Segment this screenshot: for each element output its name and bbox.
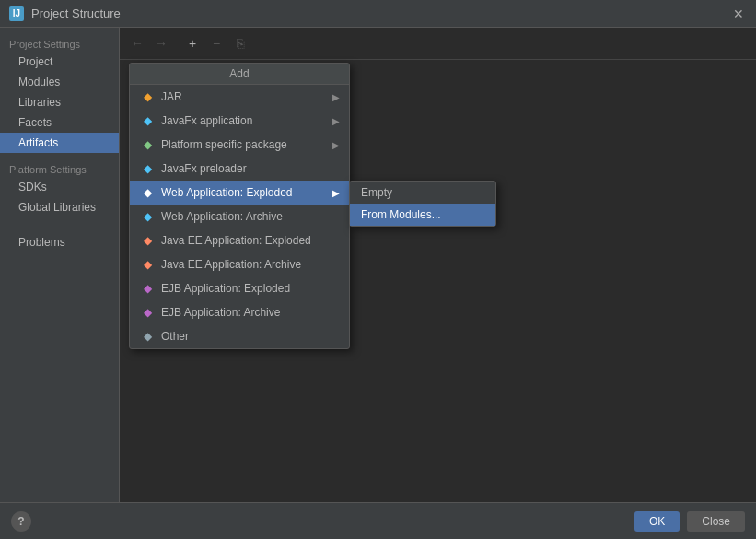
- other-icon: ◆: [139, 328, 156, 345]
- menu-item-web-app-exploded[interactable]: ◆ Web Application: Exploded ▶ Empty From…: [130, 181, 349, 205]
- menu-item-jar[interactable]: ◆ JAR ▶: [130, 85, 349, 109]
- menu-item-javaee-archive[interactable]: ◆ Java EE Application: Archive: [130, 252, 349, 276]
- forward-button[interactable]: →: [151, 34, 171, 53]
- sidebar-item-facets[interactable]: Facets: [0, 112, 119, 133]
- submenu-arrow-platform: ▶: [332, 140, 340, 150]
- javafx-preloader-icon: ◆: [139, 160, 156, 177]
- window-title: Project Structure: [31, 6, 121, 20]
- back-button[interactable]: ←: [127, 34, 147, 53]
- project-settings-label: Project Settings: [0, 35, 119, 52]
- menu-item-platform-pkg-label: Platform specific package: [161, 138, 287, 151]
- title-bar: IJ Project Structure ✕: [0, 0, 756, 28]
- menu-item-other[interactable]: ◆ Other: [130, 324, 349, 348]
- remove-button[interactable]: −: [206, 33, 227, 53]
- menu-item-web-app-archive[interactable]: ◆ Web Application: Archive: [130, 205, 349, 228]
- sidebar-item-sdks[interactable]: SDKs: [0, 177, 119, 197]
- menu-item-web-app-archive-label: Web Application: Archive: [161, 210, 283, 223]
- submenu-item-from-modules[interactable]: From Modules...: [350, 204, 495, 226]
- content-area: ← → + − ⎘ Add ◆ JAR ▶ ◆ JavaFx applicati…: [120, 28, 756, 502]
- app-icon: IJ: [9, 6, 24, 21]
- close-dialog-button[interactable]: Close: [687, 511, 745, 532]
- javaee-exploded-icon: ◆: [139, 232, 156, 249]
- submenu-arrow-javafx: ▶: [332, 116, 340, 126]
- platform-pkg-icon: ◆: [139, 136, 156, 153]
- sidebar: Project Settings Project Modules Librari…: [0, 28, 120, 502]
- javafx-app-icon: ◆: [139, 112, 156, 129]
- ejb-exploded-icon: ◆: [139, 280, 156, 297]
- menu-item-javaee-exploded-label: Java EE Application: Exploded: [161, 234, 311, 247]
- menu-item-javafx-preloader[interactable]: ◆ JavaFx preloader: [130, 157, 349, 181]
- menu-item-javafx-app[interactable]: ◆ JavaFx application ▶: [130, 109, 349, 133]
- menu-item-other-label: Other: [161, 330, 189, 343]
- javaee-archive-icon: ◆: [139, 256, 156, 273]
- menu-item-javafx-app-label: JavaFx application: [161, 114, 252, 127]
- sidebar-item-modules[interactable]: Modules: [0, 72, 119, 92]
- menu-item-ejb-exploded-label: EJB Application: Exploded: [161, 282, 290, 295]
- nav-toolbar: ← → + − ⎘: [120, 28, 756, 60]
- submenu-arrow-jar: ▶: [332, 92, 340, 102]
- menu-item-jar-label: JAR: [161, 90, 182, 103]
- web-app-archive-icon: ◆: [139, 208, 156, 225]
- menu-item-javafx-preloader-label: JavaFx preloader: [161, 162, 247, 175]
- menu-item-ejb-archive[interactable]: ◆ EJB Application: Archive: [130, 300, 349, 324]
- add-dropdown-menu: Add ◆ JAR ▶ ◆ JavaFx application ▶ ◆ Pla…: [129, 63, 350, 349]
- menu-item-ejb-exploded[interactable]: ◆ EJB Application: Exploded: [130, 276, 349, 300]
- submenu-item-empty[interactable]: Empty: [350, 182, 495, 204]
- web-app-exploded-icon: ◆: [139, 184, 156, 201]
- submenu-item-empty-label: Empty: [361, 186, 392, 199]
- menu-item-javaee-exploded[interactable]: ◆ Java EE Application: Exploded: [130, 228, 349, 252]
- close-button[interactable]: ✕: [730, 6, 747, 22]
- ok-button[interactable]: OK: [634, 511, 680, 532]
- ejb-archive-icon: ◆: [139, 304, 156, 321]
- sidebar-item-libraries[interactable]: Libraries: [0, 92, 119, 112]
- submenu-arrow-web-exploded: ▶: [332, 188, 340, 198]
- sidebar-item-project[interactable]: Project: [0, 52, 119, 72]
- help-button[interactable]: ?: [11, 511, 31, 532]
- platform-settings-label: Platform Settings: [0, 160, 119, 177]
- add-button[interactable]: +: [182, 33, 203, 53]
- add-menu-container: Add ◆ JAR ▶ ◆ JavaFx application ▶ ◆ Pla…: [129, 63, 350, 349]
- menu-item-platform-pkg[interactable]: ◆ Platform specific package ▶: [130, 133, 349, 157]
- menu-item-ejb-archive-label: EJB Application: Archive: [161, 306, 280, 319]
- web-exploded-submenu: Empty From Modules...: [349, 181, 496, 227]
- menu-item-web-app-exploded-label: Web Application: Exploded: [161, 186, 293, 199]
- copy-button[interactable]: ⎘: [230, 33, 250, 53]
- bottom-bar: ? OK Close: [0, 502, 756, 539]
- menu-item-javaee-archive-label: Java EE Application: Archive: [161, 258, 301, 271]
- sidebar-item-problems[interactable]: Problems: [0, 232, 119, 252]
- sidebar-item-global-libraries[interactable]: Global Libraries: [0, 197, 119, 217]
- main-container: Project Settings Project Modules Librari…: [0, 28, 756, 502]
- submenu-item-from-modules-label: From Modules...: [361, 208, 441, 221]
- sidebar-item-artifacts[interactable]: Artifacts: [0, 133, 119, 153]
- jar-icon: ◆: [139, 88, 156, 105]
- menu-header: Add: [130, 64, 349, 85]
